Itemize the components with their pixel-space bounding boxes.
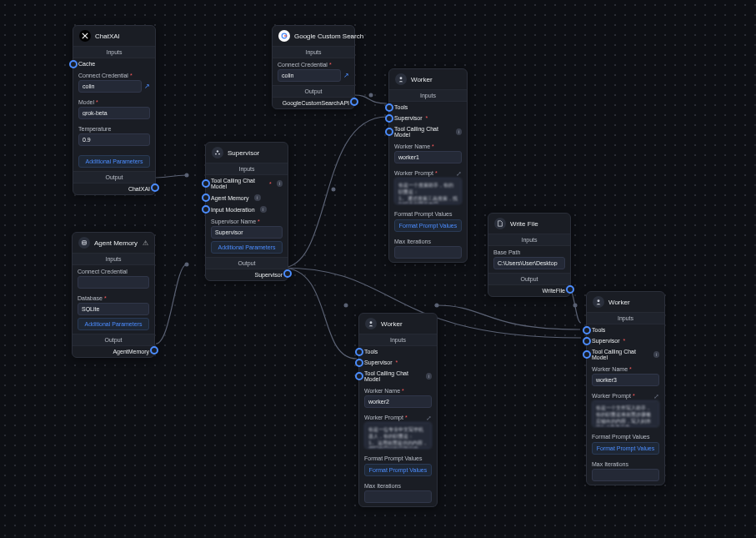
select-credential[interactable]: colin (78, 80, 142, 93)
label-credential: Connect Credential (78, 73, 150, 78)
inputs-header: Inputs (73, 46, 155, 58)
expand-icon[interactable]: ⤢ (426, 415, 432, 422)
svg-point-7 (217, 150, 218, 152)
input-max-iterations[interactable] (394, 246, 462, 259)
input-worker-name[interactable] (592, 374, 659, 386)
input-max-iterations[interactable] (364, 490, 432, 503)
node-title: Write File (510, 220, 538, 228)
node-write-file[interactable]: Write File Inputs Base Path Output Write… (488, 213, 571, 297)
port-out-writefile[interactable]: WriteFile (488, 285, 570, 296)
user-icon (593, 296, 604, 308)
port-tool-calling-chat-model[interactable]: Tool Calling Chat Modeli (206, 175, 288, 192)
port-tool-calling-chat-model[interactable]: Tool Calling Chat Modeli (587, 346, 664, 363)
select-credential[interactable]: colin (278, 69, 341, 82)
format-prompt-values-button[interactable]: Format Prompt Values (364, 464, 432, 476)
output-header: Output (488, 273, 570, 285)
info-icon[interactable]: i (260, 206, 267, 213)
node-supervisor[interactable]: Supervisor Inputs Tool Calling Chat Mode… (205, 142, 288, 281)
svg-point-1 (185, 263, 189, 267)
label-worker-name: Worker Name (592, 366, 659, 372)
textarea-worker-prompt[interactable]: 你是一位专业中文写作机器人，你的职责是： 1. 运用前面提供的内容，撰写内容结构… (364, 422, 432, 449)
node-header[interactable]: Worker (389, 69, 467, 89)
node-header[interactable]: ChatXAI (73, 26, 155, 46)
port-tools[interactable]: Tools (359, 346, 437, 357)
port-supervisor[interactable]: Supervisor (389, 113, 467, 123)
external-link-icon[interactable]: ↗ (144, 83, 150, 90)
port-supervisor[interactable]: Supervisor (359, 357, 437, 368)
info-icon[interactable]: i (653, 351, 659, 358)
port-out-agentmemory[interactable]: AgentMemory (73, 346, 154, 357)
port-out-gcs[interactable]: GoogleCustomSearchAPI (273, 98, 354, 108)
additional-parameters-button[interactable]: Additional Parameters (78, 318, 149, 330)
inputs-header: Inputs (206, 163, 288, 175)
inputs-header: Inputs (488, 234, 570, 246)
node-worker-2[interactable]: Worker Inputs Tools Supervisor Tool Call… (358, 313, 438, 507)
input-base-path[interactable] (493, 257, 565, 269)
svg-point-6 (573, 304, 578, 308)
node-worker-1[interactable]: Worker Inputs Tools Supervisor Tool Call… (388, 68, 468, 263)
input-max-iterations[interactable] (592, 469, 659, 481)
node-chatxai[interactable]: ChatXAI Inputs Cache Connect Credential … (73, 25, 156, 195)
svg-point-8 (215, 153, 217, 155)
inputs-header: Inputs (273, 46, 354, 58)
info-icon[interactable]: i (254, 194, 261, 201)
expand-icon[interactable]: ⤢ (653, 393, 659, 400)
node-title: Worker (608, 299, 630, 306)
node-header[interactable]: Google Custom Search (273, 26, 354, 46)
node-header[interactable]: Worker (587, 292, 664, 312)
format-prompt-values-button[interactable]: Format Prompt Values (592, 442, 659, 455)
warning-icon: ⚠ (143, 239, 148, 247)
svg-point-3 (369, 93, 373, 98)
label-credential: Connect Credential (278, 62, 349, 68)
select-database[interactable]: SQLite (78, 303, 149, 315)
svg-point-0 (185, 173, 189, 178)
node-worker-3[interactable]: Worker Inputs Tools Supervisor Tool Call… (586, 291, 665, 485)
port-agent-memory[interactable]: Agent Memoryi (206, 192, 288, 204)
external-link-icon[interactable]: ↗ (343, 72, 349, 79)
node-header[interactable]: Supervisor (206, 143, 288, 163)
additional-parameters-button[interactable]: Additional Parameters (78, 155, 150, 168)
info-icon[interactable]: i (277, 180, 283, 187)
select-model[interactable]: grok-beta (78, 107, 150, 119)
input-worker-name[interactable] (394, 151, 462, 163)
node-title: ChatXAI (95, 33, 120, 40)
port-tool-calling-chat-model[interactable]: Tool Calling Chat Modeli (389, 123, 467, 140)
node-title: Supervisor (228, 149, 259, 157)
textarea-worker-prompt[interactable]: 你是一个文件写入助手，你的职责是将前面步骤最后输出的内容，写入到本地txt文件当… (592, 400, 659, 427)
format-prompt-values-button[interactable]: Format Prompt Values (394, 219, 462, 232)
port-tool-calling-chat-model[interactable]: Tool Calling Chat Modeli (359, 368, 437, 385)
node-google-custom-search[interactable]: Google Custom Search Inputs Connect Cred… (272, 25, 355, 109)
label-database: Database (78, 295, 149, 301)
label-max-iterations: Max Iterations (592, 461, 659, 467)
port-input-moderation[interactable]: Input Moderationi (206, 204, 288, 215)
additional-parameters-button[interactable]: Additional Parameters (211, 241, 283, 254)
expand-icon[interactable]: ⤢ (456, 170, 462, 178)
label-max-iterations: Max Iterations (394, 239, 462, 244)
svg-rect-11 (83, 241, 87, 245)
label-base-path: Base Path (493, 249, 565, 255)
port-tools[interactable]: Tools (389, 102, 467, 113)
label-worker-name: Worker Name (394, 143, 462, 149)
port-out-supervisor[interactable]: Supervisor (206, 269, 288, 280)
info-icon[interactable]: i (426, 373, 432, 380)
node-agent-memory[interactable]: Agent Memory ⚠ Inputs Connect Credential… (72, 232, 155, 358)
memory-icon (78, 237, 90, 249)
input-temperature[interactable] (78, 133, 150, 146)
node-header[interactable]: Worker (359, 314, 437, 334)
port-cache[interactable]: Cache (73, 58, 155, 69)
port-tools[interactable]: Tools (587, 324, 664, 335)
port-out-chatxai[interactable]: ChatXAI (73, 184, 155, 194)
input-supervisor-name[interactable] (211, 226, 283, 239)
node-title: Worker (381, 320, 403, 328)
svg-point-5 (435, 304, 439, 308)
info-icon[interactable]: i (456, 128, 462, 135)
label-worker-prompt: Worker Prompt⤢ (592, 393, 659, 399)
svg-point-4 (344, 304, 348, 308)
node-header[interactable]: Write File (488, 214, 570, 234)
textarea-worker-prompt[interactable]: 你是一个搜索助手，你的职责是： 1. 通过搜索工具搜索，找到相关的网页内容。 2… (394, 178, 462, 204)
port-supervisor[interactable]: Supervisor (587, 335, 664, 346)
select-credential[interactable] (78, 276, 149, 289)
node-header[interactable]: Agent Memory ⚠ (73, 233, 154, 253)
label-supervisor-name: Supervisor Name (211, 219, 283, 224)
input-worker-name[interactable] (364, 395, 432, 408)
